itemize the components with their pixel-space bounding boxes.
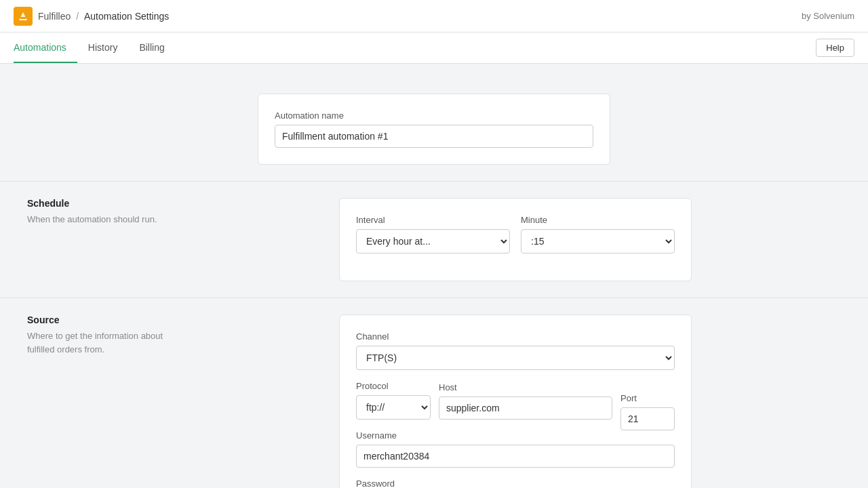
tab-history[interactable]: History: [77, 33, 129, 63]
schedule-section: Schedule When the automation should run.…: [0, 182, 868, 298]
automation-name-card: Automation name: [258, 94, 610, 165]
port-input[interactable]: [620, 407, 675, 430]
schedule-right: Interval Every hour at... Every 30 minut…: [190, 198, 841, 281]
port-group: Port: [620, 393, 675, 430]
source-left: Source Where to get the information abou…: [27, 314, 190, 356]
username-input[interactable]: [356, 445, 675, 468]
topbar-right: by Solvenium: [802, 11, 854, 21]
schedule-interval-row: Interval Every hour at... Every 30 minut…: [356, 215, 675, 264]
username-label: Username: [356, 430, 675, 441]
protocol-label: Protocol: [356, 381, 431, 391]
interval-group: Interval Every hour at... Every 30 minut…: [356, 215, 510, 253]
source-desc: Where to get the information about fulfi…: [27, 329, 176, 356]
automation-name-label: Automation name: [275, 110, 593, 121]
source-card: Channel FTP(S) SFTP HTTP Email Protocol …: [339, 314, 692, 488]
schedule-left: Schedule When the automation should run.: [27, 198, 190, 226]
automation-name-group: Automation name: [275, 110, 593, 148]
minute-select[interactable]: :00 :05 :10 :15 :20 :25 :30 :35 :40 :45 …: [521, 229, 675, 253]
schedule-card: Interval Every hour at... Every 30 minut…: [339, 198, 692, 281]
host-group: Host: [439, 382, 612, 420]
protocol-group: Protocol ftp:// ftps:// sftp://: [356, 381, 431, 420]
tab-billing[interactable]: Billing: [128, 33, 175, 63]
app-name-link[interactable]: Fulfilleo: [38, 11, 71, 22]
page-title: Automation Settings: [84, 11, 169, 22]
topbar: Fulfilleo / Automation Settings by Solve…: [0, 0, 868, 33]
source-title: Source: [27, 314, 176, 325]
protocol-host-port-row: Protocol ftp:// ftps:// sftp:// Host Por…: [356, 381, 675, 430]
topbar-left: Fulfilleo / Automation Settings: [14, 7, 169, 26]
username-group: Username: [356, 430, 675, 468]
source-section: Source Where to get the information abou…: [0, 298, 868, 488]
schedule-title: Schedule: [27, 198, 176, 209]
password-group: Password: [356, 479, 675, 488]
interval-select[interactable]: Every hour at... Every 30 minutes Every …: [356, 229, 510, 253]
tabs-bar: Automations History Billing Help: [0, 33, 868, 64]
minute-group: Minute :00 :05 :10 :15 :20 :25 :30 :35 :…: [521, 215, 675, 264]
protocol-select[interactable]: ftp:// ftps:// sftp://: [356, 395, 431, 420]
schedule-desc: When the automation should run.: [27, 213, 176, 226]
port-label: Port: [620, 393, 675, 403]
tab-automations[interactable]: Automations: [14, 33, 77, 63]
breadcrumb-separator: /: [76, 11, 79, 22]
minute-label: Minute: [521, 215, 675, 225]
automation-name-section: Automation name: [0, 77, 868, 182]
channel-label: Channel: [356, 331, 675, 342]
help-button[interactable]: Help: [816, 39, 854, 57]
password-label: Password: [356, 479, 675, 488]
channel-group: Channel FTP(S) SFTP HTTP Email: [356, 331, 675, 370]
interval-label: Interval: [356, 215, 510, 225]
topbar-breadcrumb: Fulfilleo / Automation Settings: [38, 11, 169, 22]
logo-icon: [14, 7, 33, 26]
main-content: Automation name Schedule When the automa…: [0, 64, 868, 488]
svg-rect-2: [20, 17, 26, 19]
automation-name-input[interactable]: [275, 125, 593, 148]
host-label: Host: [439, 382, 612, 392]
host-input[interactable]: [439, 396, 612, 420]
channel-select[interactable]: FTP(S) SFTP HTTP Email: [356, 346, 675, 370]
tabs-left: Automations History Billing: [14, 33, 176, 63]
source-right: Channel FTP(S) SFTP HTTP Email Protocol …: [190, 314, 841, 488]
